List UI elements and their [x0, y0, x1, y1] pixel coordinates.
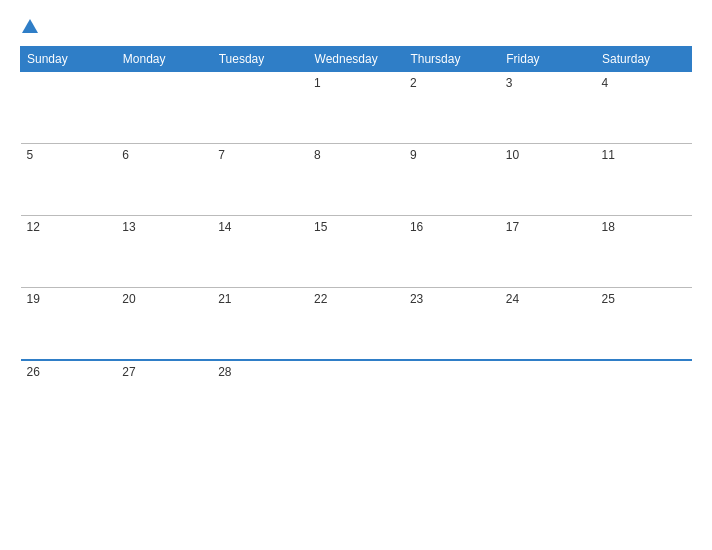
calendar-cell	[308, 360, 404, 432]
day-number: 27	[122, 365, 135, 379]
header-row	[20, 18, 692, 36]
calendar-cell: 24	[500, 288, 596, 360]
calendar-cell: 27	[116, 360, 212, 432]
weekday-header-sunday: Sunday	[21, 47, 117, 72]
calendar-cell: 2	[404, 72, 500, 144]
calendar-cell: 10	[500, 144, 596, 216]
week-row-4: 262728	[21, 360, 692, 432]
week-row-2: 12131415161718	[21, 216, 692, 288]
weekday-header-monday: Monday	[116, 47, 212, 72]
calendar-cell: 7	[212, 144, 308, 216]
day-number: 10	[506, 148, 519, 162]
day-number: 6	[122, 148, 129, 162]
day-number: 26	[27, 365, 40, 379]
calendar-container: SundayMondayTuesdayWednesdayThursdayFrid…	[0, 0, 712, 550]
day-number: 13	[122, 220, 135, 234]
calendar-cell: 13	[116, 216, 212, 288]
calendar-cell	[596, 360, 692, 432]
day-number: 15	[314, 220, 327, 234]
calendar-cell	[21, 72, 117, 144]
week-row-3: 19202122232425	[21, 288, 692, 360]
calendar-cell: 1	[308, 72, 404, 144]
calendar-cell: 20	[116, 288, 212, 360]
calendar-cell: 4	[596, 72, 692, 144]
weekday-header-thursday: Thursday	[404, 47, 500, 72]
weekday-header-row: SundayMondayTuesdayWednesdayThursdayFrid…	[21, 47, 692, 72]
weekday-header-saturday: Saturday	[596, 47, 692, 72]
day-number: 23	[410, 292, 423, 306]
calendar-cell: 21	[212, 288, 308, 360]
logo-area	[20, 18, 38, 36]
calendar-cell: 22	[308, 288, 404, 360]
calendar-cell: 26	[21, 360, 117, 432]
calendar-body: 1234567891011121314151617181920212223242…	[21, 72, 692, 432]
day-number: 17	[506, 220, 519, 234]
calendar-cell: 9	[404, 144, 500, 216]
day-number: 18	[602, 220, 615, 234]
calendar-cell: 23	[404, 288, 500, 360]
logo-line1	[20, 18, 38, 36]
day-number: 21	[218, 292, 231, 306]
calendar-cell: 17	[500, 216, 596, 288]
logo-triangle-icon	[22, 19, 38, 33]
week-row-0: 1234	[21, 72, 692, 144]
week-row-1: 567891011	[21, 144, 692, 216]
day-number: 19	[27, 292, 40, 306]
calendar-cell: 11	[596, 144, 692, 216]
day-number: 9	[410, 148, 417, 162]
weekday-header-tuesday: Tuesday	[212, 47, 308, 72]
day-number: 22	[314, 292, 327, 306]
calendar-grid: SundayMondayTuesdayWednesdayThursdayFrid…	[20, 46, 692, 432]
day-number: 8	[314, 148, 321, 162]
day-number: 5	[27, 148, 34, 162]
calendar-cell: 6	[116, 144, 212, 216]
day-number: 11	[602, 148, 615, 162]
calendar-cell: 18	[596, 216, 692, 288]
calendar-cell: 14	[212, 216, 308, 288]
calendar-cell: 5	[21, 144, 117, 216]
calendar-cell: 8	[308, 144, 404, 216]
calendar-cell: 3	[500, 72, 596, 144]
weekday-header-friday: Friday	[500, 47, 596, 72]
calendar-cell	[404, 360, 500, 432]
day-number: 1	[314, 76, 321, 90]
calendar-cell: 15	[308, 216, 404, 288]
day-number: 28	[218, 365, 231, 379]
weekday-header-wednesday: Wednesday	[308, 47, 404, 72]
day-number: 16	[410, 220, 423, 234]
day-number: 14	[218, 220, 231, 234]
day-number: 4	[602, 76, 609, 90]
day-number: 24	[506, 292, 519, 306]
calendar-cell: 19	[21, 288, 117, 360]
day-number: 12	[27, 220, 40, 234]
day-number: 7	[218, 148, 225, 162]
calendar-cell	[212, 72, 308, 144]
calendar-cell: 16	[404, 216, 500, 288]
day-number: 25	[602, 292, 615, 306]
calendar-cell: 25	[596, 288, 692, 360]
day-number: 2	[410, 76, 417, 90]
calendar-cell	[500, 360, 596, 432]
day-number: 20	[122, 292, 135, 306]
calendar-cell: 28	[212, 360, 308, 432]
day-number: 3	[506, 76, 513, 90]
calendar-cell	[116, 72, 212, 144]
calendar-cell: 12	[21, 216, 117, 288]
